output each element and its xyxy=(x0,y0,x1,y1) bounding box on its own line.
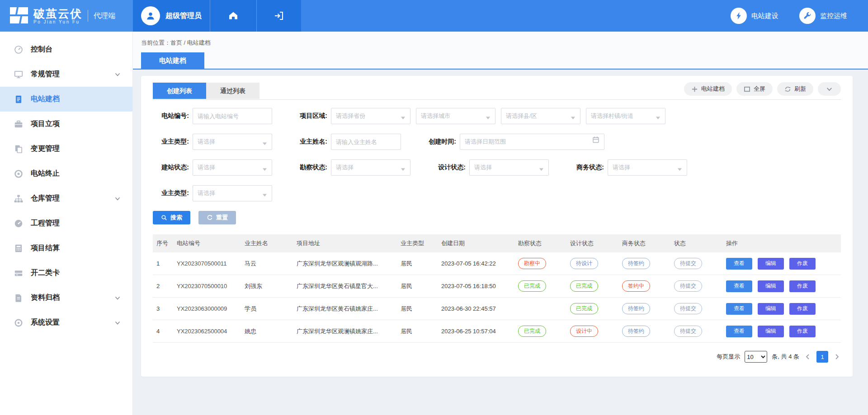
tab-create-list[interactable]: 创建列表 xyxy=(153,83,206,99)
filter-select-town[interactable]: 请选择村镇/街道 xyxy=(586,108,665,124)
filter-input-owner-name[interactable] xyxy=(331,134,401,150)
filter-select-district[interactable]: 请选择县/区 xyxy=(501,108,580,124)
void-button[interactable]: 作废 xyxy=(789,303,816,315)
select-placeholder: 请选择村镇/街道 xyxy=(591,112,634,120)
filter-select-design-status[interactable]: 请选择 xyxy=(469,159,549,176)
edit-button[interactable]: 编辑 xyxy=(758,326,784,337)
user-name: 超级管理员 xyxy=(165,11,202,21)
sidebar-item-briefcase[interactable]: 项目立项 xyxy=(0,112,132,136)
status-badge: 待签约 xyxy=(622,258,650,269)
logout-button[interactable] xyxy=(256,0,301,32)
filter-group-create-time: 创建时间:请选择日期范围 xyxy=(420,134,604,150)
filter-row: 电站编号:项目区域:请选择省份请选择城市请选择县/区请选择村镇/街道 xyxy=(153,108,841,124)
login-arrow-icon xyxy=(274,10,284,21)
tab-pass-list[interactable]: 通过列表 xyxy=(206,83,259,99)
search-button[interactable]: 搜索 xyxy=(153,211,190,224)
filter-select-survey-status[interactable]: 请选择 xyxy=(331,159,410,176)
reset-button[interactable]: 重置 xyxy=(198,211,236,224)
user-menu[interactable]: 超级管理员 xyxy=(133,0,210,32)
collapse-panel-button[interactable] xyxy=(818,82,841,96)
sidebar-item-copy[interactable]: 变更管理 xyxy=(0,136,132,161)
cell-station-id: YX2023070500011 xyxy=(173,260,241,267)
filter-group-station-id: 电站编号: xyxy=(153,108,272,124)
prev-page-button[interactable] xyxy=(804,353,812,361)
void-button[interactable]: 作废 xyxy=(789,258,816,270)
refresh-button[interactable]: 刷新 xyxy=(777,82,813,96)
cell-station-id: YX2023070500010 xyxy=(173,283,241,289)
column-header: 状态 xyxy=(670,239,722,247)
chevron-left-icon xyxy=(805,354,811,360)
portal-label: 代理端 xyxy=(88,10,115,22)
next-page-button[interactable] xyxy=(833,353,841,361)
per-page-label: 每页显示 xyxy=(717,353,740,361)
void-button[interactable]: 作废 xyxy=(789,280,816,292)
sidebar-item-card[interactable]: 开二类卡 xyxy=(0,261,132,285)
cell-station-id: YX2023062500004 xyxy=(173,328,241,335)
sidebar-item-target[interactable]: 电站终止 xyxy=(0,161,132,186)
search-icon xyxy=(161,214,167,221)
page-number-current[interactable]: 1 xyxy=(816,351,828,363)
filter-label: 商务状态: xyxy=(568,163,604,172)
view-button[interactable]: 查看 xyxy=(726,326,752,337)
home-button[interactable] xyxy=(210,0,256,32)
cell-survey-status: 已完成 xyxy=(514,326,566,337)
page-title-tab[interactable]: 电站建档 xyxy=(141,52,204,69)
toolbar-button-label: 全屏 xyxy=(754,85,765,93)
main-content: 当前位置：首页 / 电站建档 电站建档 创建列表通过列表 电站建档全屏刷新 电站… xyxy=(133,32,868,415)
sidebar-item-calculator[interactable]: 项目结算 xyxy=(0,236,132,261)
filter-label: 创建时间: xyxy=(420,138,456,146)
sidebar-item-label: 系统设置 xyxy=(31,318,114,327)
card-icon xyxy=(14,268,24,278)
caret-down-icon xyxy=(677,166,682,169)
caret-down-icon xyxy=(401,166,406,169)
filter-daterange-create-time[interactable]: 请选择日期范围 xyxy=(460,134,604,150)
edit-button[interactable]: 编辑 xyxy=(758,280,784,292)
cell-design-status: 待设计 xyxy=(566,258,618,269)
brand-area: 破茧云伏 Po Jian Yun Fu 代理端 xyxy=(0,0,133,32)
cell-seq: 4 xyxy=(153,328,173,335)
header-nav: 电站建设监控运维 xyxy=(731,0,868,32)
settings-icon xyxy=(14,318,24,328)
sidebar-item-monitor[interactable]: 常规管理 xyxy=(0,62,132,87)
filter-select-business-status[interactable]: 请选择 xyxy=(608,159,687,176)
filter-select-city[interactable]: 请选择城市 xyxy=(416,108,495,124)
breadcrumb-prefix: 当前位置： xyxy=(141,39,170,46)
sidebar-item-document[interactable]: 电站建档 xyxy=(0,87,132,112)
add-station-button[interactable]: 电站建档 xyxy=(684,82,732,96)
sidebar-item-settings[interactable]: 系统设置 xyxy=(0,310,132,335)
cell-actions: 查看编辑作废 xyxy=(722,280,841,292)
filter-label: 建站状态: xyxy=(153,163,189,172)
chevron-down-icon xyxy=(114,196,121,202)
fullscreen-button[interactable]: 全屏 xyxy=(736,82,773,96)
filter-group-owner-type-2: 业主类型:请选择 xyxy=(153,185,272,201)
cell-created-date: 2023-06-30 22:45:57 xyxy=(438,305,514,312)
sidebar: 控制台常规管理电站建档项目立项变更管理电站终止仓库管理工程管理项目结算开二类卡资… xyxy=(0,32,133,415)
sidebar-item-label: 电站终止 xyxy=(31,169,121,178)
view-button[interactable]: 查看 xyxy=(726,303,752,315)
sidebar-item-gauge[interactable]: 工程管理 xyxy=(0,211,132,236)
sidebar-item-console[interactable]: 控制台 xyxy=(0,37,132,62)
table-row: 1YX2023070500011马云广东深圳龙华区观澜镇观湖路...居民2023… xyxy=(153,252,841,275)
filter-select-owner-type[interactable]: 请选择 xyxy=(193,134,272,150)
cell-address: 广东深圳龙华区观澜镇姚家庄... xyxy=(293,327,397,336)
sidebar-item-label: 工程管理 xyxy=(31,219,121,228)
filter-select-province[interactable]: 请选择省份 xyxy=(331,108,410,124)
header-nav-lightning[interactable]: 电站建设 xyxy=(731,8,778,24)
edit-button[interactable]: 编辑 xyxy=(758,258,784,270)
gauge-icon xyxy=(14,219,24,228)
sidebar-item-sitemap[interactable]: 仓库管理 xyxy=(0,186,132,211)
sidebar-item-archive[interactable]: 资料归档 xyxy=(0,285,132,310)
filter-group-business-status: 商务状态:请选择 xyxy=(568,159,687,176)
per-page-select[interactable]: 10 xyxy=(745,351,767,363)
filter-select-build-status[interactable]: 请选择 xyxy=(193,159,272,176)
edit-button[interactable]: 编辑 xyxy=(758,303,784,315)
void-button[interactable]: 作废 xyxy=(789,326,816,337)
column-header: 操作 xyxy=(722,239,841,247)
header-nav-wrench[interactable]: 监控运维 xyxy=(799,8,847,24)
status-badge: 已完成 xyxy=(570,303,598,314)
filter-input-station-id[interactable] xyxy=(193,108,272,124)
view-button[interactable]: 查看 xyxy=(726,280,752,292)
view-button[interactable]: 查看 xyxy=(726,258,752,270)
filter-select-owner-type-2[interactable]: 请选择 xyxy=(193,185,272,201)
chevron-down-icon xyxy=(114,295,121,301)
